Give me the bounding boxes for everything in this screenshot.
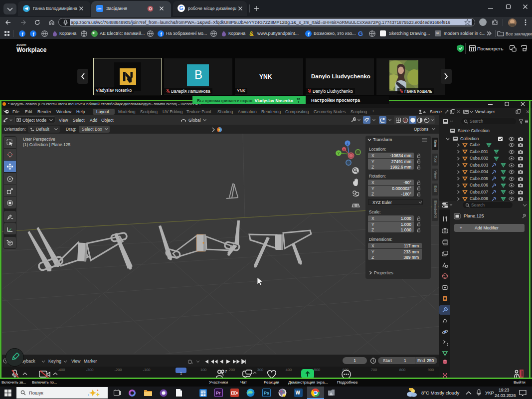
svg-text:x: x [344,148,345,151]
svg-text:G: G [358,30,363,37]
svg-text:z: z [347,142,349,145]
svg-text:G: G [179,5,183,11]
svg-text:Y: Y [338,152,340,155]
svg-text:&: & [249,30,254,37]
svg-text:7: 7 [225,369,227,374]
